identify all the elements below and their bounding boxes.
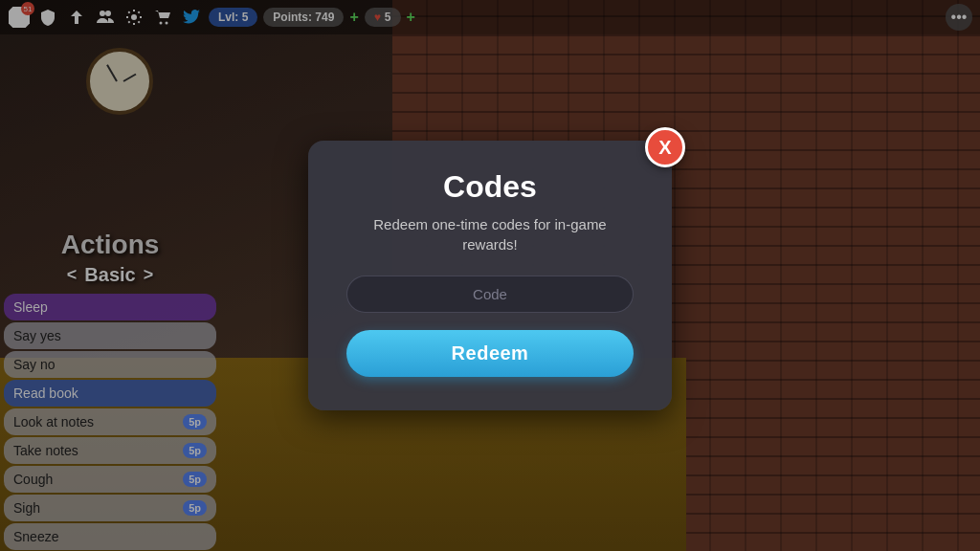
modal-title: Codes — [346, 169, 634, 205]
close-modal-button[interactable]: X — [645, 127, 685, 167]
redeem-button[interactable]: Redeem — [346, 330, 634, 377]
close-icon: X — [658, 137, 671, 159]
codes-modal: X Codes Redeem one-time codes for in-gam… — [308, 141, 672, 410]
modal-overlay: X Codes Redeem one-time codes for in-gam… — [0, 0, 980, 551]
modal-subtitle: Redeem one-time codes for in-game reward… — [346, 214, 634, 254]
code-input[interactable] — [346, 276, 634, 313]
